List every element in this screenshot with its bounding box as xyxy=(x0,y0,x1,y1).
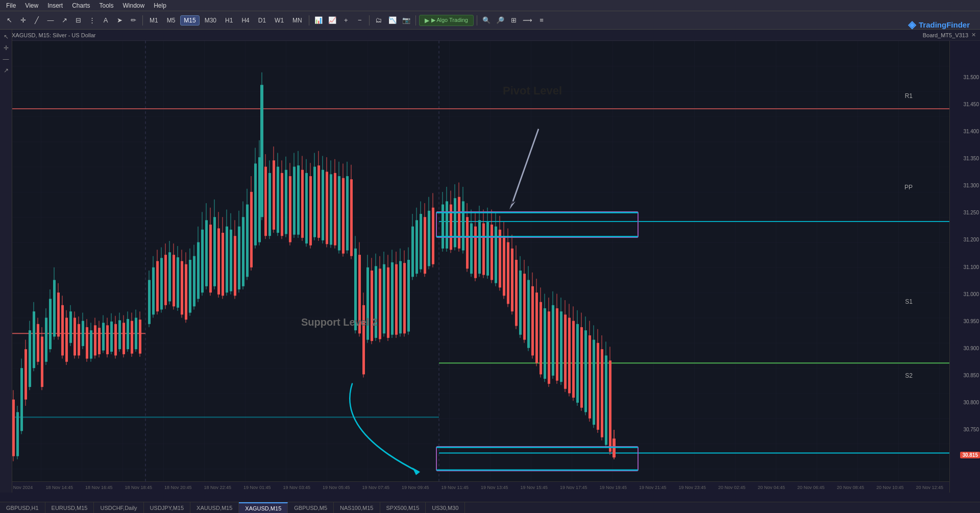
menu-help[interactable]: Help xyxy=(150,1,170,10)
algo-trading-btn[interactable]: ▶ ▶ Algo Trading xyxy=(419,15,474,26)
svg-rect-154 xyxy=(301,170,304,238)
tf-m1[interactable]: M1 xyxy=(146,15,162,26)
svg-rect-302 xyxy=(609,360,611,452)
screenshot-btn[interactable]: 📷 xyxy=(400,14,412,27)
svg-rect-258 xyxy=(519,271,522,335)
svg-rect-24 xyxy=(33,311,35,368)
svg-rect-206 xyxy=(407,260,410,332)
tab-us30-m30[interactable]: US30,M30 xyxy=(426,502,465,513)
tab-usdjpy-m15[interactable]: USDJPY,M15 xyxy=(144,502,190,513)
price-30750: 30.750 xyxy=(963,427,979,432)
svg-rect-158 xyxy=(309,176,312,246)
tab-gbpusd-m5[interactable]: GBPUSD,M5 xyxy=(288,502,334,513)
hline-tool[interactable]: — xyxy=(44,14,57,27)
chart-header: ⊞ XAGUSD, M15: Silver - US Dollar Board_… xyxy=(0,30,980,41)
side-trendline[interactable]: ↗ xyxy=(1,65,11,76)
menu-file[interactable]: File xyxy=(2,1,20,10)
time-tick-2: 18 Nov 16:45 xyxy=(79,485,119,490)
time-tick-12: 19 Nov 13:45 xyxy=(475,485,514,490)
text-tool[interactable]: A xyxy=(100,14,112,27)
svg-rect-156 xyxy=(305,173,308,243)
chart-type-bar[interactable]: 📊 xyxy=(312,14,325,27)
tab-nas100-m15[interactable]: NAS100,M15 xyxy=(334,502,380,513)
menu-insert[interactable]: Insert xyxy=(43,1,67,10)
tf-h4[interactable]: H4 xyxy=(238,15,253,26)
time-tick-6: 19 Nov 01:45 xyxy=(237,485,277,490)
svg-rect-208 xyxy=(411,227,414,277)
svg-rect-84 xyxy=(160,258,163,309)
price-30900: 30.900 xyxy=(963,345,979,351)
trendline-tool[interactable]: ↗ xyxy=(58,14,70,27)
sep3 xyxy=(369,15,370,26)
chart-close-icon[interactable]: ✕ xyxy=(971,32,976,38)
svg-rect-88 xyxy=(168,252,171,301)
brand-logo-icon: ◈ xyxy=(908,18,916,31)
svg-rect-284 xyxy=(572,321,575,398)
svg-rect-310 xyxy=(436,447,638,448)
svg-rect-274 xyxy=(552,305,554,376)
zoom-btn[interactable]: 🔍 xyxy=(480,14,493,27)
svg-rect-192 xyxy=(379,268,381,339)
side-hline[interactable]: — xyxy=(1,54,11,64)
svg-rect-204 xyxy=(403,263,406,333)
svg-rect-248 xyxy=(499,230,501,287)
tf-h1[interactable]: H1 xyxy=(222,15,236,26)
pencil-tool[interactable]: ✏ xyxy=(127,14,139,27)
time-tick-11: 19 Nov 11:45 xyxy=(435,485,475,490)
time-tick-13: 19 Nov 15:45 xyxy=(514,485,554,490)
tab-usdchf-daily[interactable]: USDCHF,Daily xyxy=(94,502,143,513)
svg-rect-64 xyxy=(114,324,117,356)
chart-zoom-in[interactable]: + xyxy=(340,14,352,27)
tf-m5[interactable]: M5 xyxy=(163,15,179,26)
chart-type-candle[interactable]: 📈 xyxy=(326,14,338,27)
side-crosshair[interactable]: ✛ xyxy=(1,43,11,53)
tf-w1[interactable]: W1 xyxy=(271,15,287,26)
svg-rect-72 xyxy=(131,321,133,354)
indicator-btn[interactable]: 📉 xyxy=(386,14,399,27)
tf-d1[interactable]: D1 xyxy=(255,15,270,26)
indicators-list-btn[interactable]: ≡ xyxy=(535,14,548,27)
chart-canvas: Pivot Level Support Level 2 PP S1 S2 R1 xyxy=(0,41,949,481)
svg-rect-70 xyxy=(127,319,129,349)
svg-rect-90 xyxy=(173,255,175,306)
svg-rect-242 xyxy=(486,222,489,276)
svg-rect-54 xyxy=(94,325,96,355)
tf-m30[interactable]: M30 xyxy=(201,15,220,26)
fib-tool[interactable]: ⋮ xyxy=(86,14,98,27)
svg-rect-212 xyxy=(420,214,422,269)
tf-m15[interactable]: M15 xyxy=(180,15,199,26)
menu-charts[interactable]: Charts xyxy=(68,1,94,10)
arrow-tool[interactable]: ➤ xyxy=(113,14,126,27)
channel-tool[interactable]: ⊟ xyxy=(72,14,84,27)
svg-rect-262 xyxy=(527,280,530,348)
autoscroll-btn[interactable]: ⟿ xyxy=(522,14,534,27)
line-tool[interactable]: ╱ xyxy=(31,14,43,27)
menu-view[interactable]: View xyxy=(21,1,42,10)
tab-spx500-m15[interactable]: SPX500,M15 xyxy=(380,502,426,513)
time-tick-5: 18 Nov 22:45 xyxy=(198,485,238,490)
svg-rect-307 xyxy=(436,212,638,213)
svg-rect-44 xyxy=(74,317,76,355)
svg-rect-58 xyxy=(102,323,105,350)
chart-zoom-out[interactable]: − xyxy=(354,14,366,27)
svg-rect-74 xyxy=(135,317,137,349)
svg-rect-220 xyxy=(442,205,444,249)
menu-window[interactable]: Window xyxy=(119,1,149,10)
grid-btn[interactable]: ⊞ xyxy=(508,14,520,27)
menu-tools[interactable]: Tools xyxy=(95,1,118,10)
tf-mn[interactable]: MN xyxy=(289,15,306,26)
tab-gbpusd-h1[interactable]: GBPUSD,H1 xyxy=(0,502,45,513)
svg-rect-244 xyxy=(491,225,493,280)
tab-xauusd-m15[interactable]: XAUUSD,M15 xyxy=(190,502,239,513)
svg-rect-128 xyxy=(273,160,275,230)
template-btn[interactable]: 🗂 xyxy=(373,14,385,27)
tab-xagusd-m15[interactable]: XAGUSD,M15 xyxy=(239,502,288,513)
time-tick-19: 20 Nov 04:45 xyxy=(752,485,792,490)
algo-trading-label: ▶ Algo Trading xyxy=(431,17,468,23)
svg-rect-188 xyxy=(371,271,373,341)
crosshair-tool[interactable]: ✛ xyxy=(17,14,29,27)
zoomout-btn[interactable]: 🔎 xyxy=(494,14,506,27)
cursor-tool[interactable]: ↖ xyxy=(3,14,15,27)
tab-eurusd-m15[interactable]: EURUSD,M15 xyxy=(45,502,94,513)
side-cursor[interactable]: ↖ xyxy=(1,32,11,42)
